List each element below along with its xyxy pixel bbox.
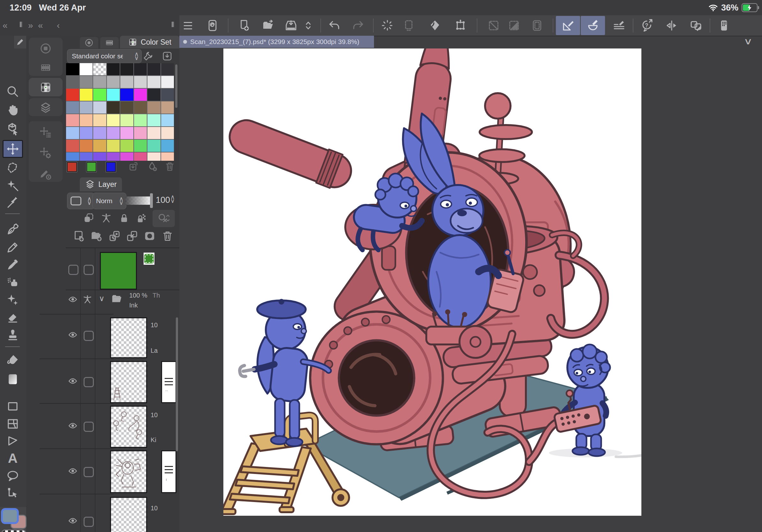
layer-visibility-eye-icon[interactable] xyxy=(67,421,79,431)
color-swatch[interactable] xyxy=(80,76,93,88)
drag-grip-icon[interactable] xyxy=(172,22,173,27)
tool-move-layer[interactable] xyxy=(3,140,23,158)
folder-expand-chevron[interactable]: ∨ xyxy=(99,294,105,303)
color-swatch[interactable] xyxy=(93,101,106,113)
chevron-left-icon[interactable]: ‹ xyxy=(57,21,60,30)
color-swatch[interactable] xyxy=(107,89,120,101)
selection-layer-thumbnail[interactable] xyxy=(100,252,137,290)
color-swatch[interactable] xyxy=(107,101,120,113)
lock-layer-button[interactable] xyxy=(118,212,130,225)
onion-skin-row-icon[interactable] xyxy=(82,294,93,305)
color-swatch[interactable] xyxy=(80,63,93,75)
set-as-selection-toggle-button[interactable] xyxy=(157,212,170,225)
expand-double-right-icon[interactable]: » xyxy=(28,21,33,30)
tool-pencil[interactable] xyxy=(4,239,22,255)
color-swatch[interactable] xyxy=(66,127,79,139)
layer-tab[interactable]: Layer xyxy=(80,177,122,191)
document-tab[interactable]: Scan_20230215_(7).psd* (3299 x 3825px 30… xyxy=(179,36,374,48)
layer-row-checkbox[interactable] xyxy=(84,517,94,527)
color-set-tab[interactable]: Color Set xyxy=(120,36,179,48)
transform-button[interactable] xyxy=(450,17,471,34)
layer-row-eye-checkbox[interactable] xyxy=(68,265,79,275)
color-swatch[interactable] xyxy=(66,114,79,126)
color-swatch[interactable] xyxy=(107,114,120,126)
color-swatch[interactable] xyxy=(147,127,161,139)
redo-button[interactable] xyxy=(348,17,368,34)
merge-with-lower-button[interactable] xyxy=(125,229,139,243)
color-swatch[interactable] xyxy=(147,114,161,126)
layer-mask-thumbnail[interactable]: ‥ xyxy=(161,361,177,403)
color-swatch[interactable] xyxy=(93,153,106,161)
register-color-button[interactable] xyxy=(127,160,140,173)
layer-list-scrollbar[interactable] xyxy=(176,317,178,451)
import-color-set-button[interactable] xyxy=(161,50,174,62)
color-swatch[interactable] xyxy=(93,140,106,152)
tool-pen[interactable] xyxy=(4,221,22,237)
move-and-list-button[interactable] xyxy=(36,124,55,141)
tool-edit-tab[interactable] xyxy=(14,36,26,48)
color-swatch[interactable] xyxy=(147,153,161,161)
snap-to-ruler-button[interactable] xyxy=(556,16,580,35)
color-swatch[interactable] xyxy=(66,153,79,161)
color-swatch[interactable] xyxy=(80,127,93,139)
tool-selection[interactable] xyxy=(4,160,22,176)
registered-color-blue[interactable] xyxy=(106,162,116,172)
layer-mask-thumbnail[interactable]: ᵢ xyxy=(161,450,177,493)
tool-gradient[interactable] xyxy=(4,371,22,387)
color-swatch[interactable] xyxy=(66,101,79,113)
tool-brush[interactable] xyxy=(4,257,22,273)
color-wheel-palette-button[interactable] xyxy=(36,40,55,57)
layer-row-checkbox[interactable] xyxy=(84,467,94,477)
tool-auto-select[interactable] xyxy=(4,178,22,194)
color-swatch[interactable] xyxy=(134,153,147,161)
tool-eyedropper[interactable] xyxy=(4,195,22,211)
deselect-button[interactable] xyxy=(399,17,419,34)
color-swatch[interactable] xyxy=(161,63,174,75)
tab-strip-collapse-icon[interactable]: ∨ xyxy=(743,37,753,46)
selection-launcher-button[interactable] xyxy=(484,17,504,34)
flip-view-button[interactable] xyxy=(661,17,682,34)
tool-operate[interactable] xyxy=(4,121,22,137)
color-swatch[interactable] xyxy=(134,114,147,126)
color-wheel-tab[interactable] xyxy=(80,37,98,48)
color-swatch[interactable] xyxy=(161,140,174,152)
layer-thumbnail[interactable] xyxy=(110,497,147,532)
pen-settings-button[interactable] xyxy=(36,166,55,182)
layer-thumbnail[interactable] xyxy=(110,317,147,358)
color-swatch[interactable] xyxy=(147,101,161,113)
transfer-to-lower-button[interactable] xyxy=(108,229,121,243)
color-swatch[interactable] xyxy=(66,89,79,101)
color-swatch[interactable] xyxy=(93,63,106,75)
color-swatch[interactable] xyxy=(161,76,174,88)
color-swatch[interactable] xyxy=(93,127,106,139)
tool-decoration[interactable] xyxy=(4,292,22,308)
color-swatch[interactable] xyxy=(80,140,93,152)
color-swatch[interactable] xyxy=(120,153,133,161)
clip-studio-logo-button[interactable] xyxy=(202,17,223,34)
layer-thumbnail[interactable] xyxy=(110,450,147,493)
open-file-button[interactable] xyxy=(258,17,278,34)
layer-thumbnail[interactable] xyxy=(110,406,147,448)
layer-name[interactable]: Ki xyxy=(151,436,158,444)
collapse-double-left-icon[interactable]: « xyxy=(38,21,43,30)
fill-selection-button[interactable] xyxy=(425,17,445,34)
blend-mode-combo[interactable]: Normal ∧∨ xyxy=(93,193,126,209)
layer-type-combo[interactable]: ∧∨ xyxy=(67,193,95,209)
clip-to-layer-below-button[interactable] xyxy=(82,212,95,225)
snap-to-grid-button[interactable] xyxy=(609,17,629,34)
help-button[interactable] xyxy=(637,17,657,34)
color-swatch[interactable] xyxy=(120,127,133,139)
tool-frame-border[interactable] xyxy=(4,416,22,432)
color-swatch[interactable] xyxy=(120,114,133,126)
onscreen-keypad-button[interactable] xyxy=(714,17,734,34)
selection-invert-button[interactable] xyxy=(504,17,524,34)
color-swatch[interactable] xyxy=(161,101,174,113)
new-layer-folder-button[interactable] xyxy=(90,229,104,243)
color-set-palette-button[interactable] xyxy=(36,79,55,96)
operate-selection-button[interactable] xyxy=(686,17,706,34)
delete-color-button[interactable] xyxy=(163,160,176,173)
lock-transparent-pixels-button[interactable] xyxy=(135,212,148,225)
transparent-color-swatch[interactable] xyxy=(1,529,26,532)
color-swatch[interactable] xyxy=(120,89,133,101)
color-swatch[interactable] xyxy=(147,63,161,75)
